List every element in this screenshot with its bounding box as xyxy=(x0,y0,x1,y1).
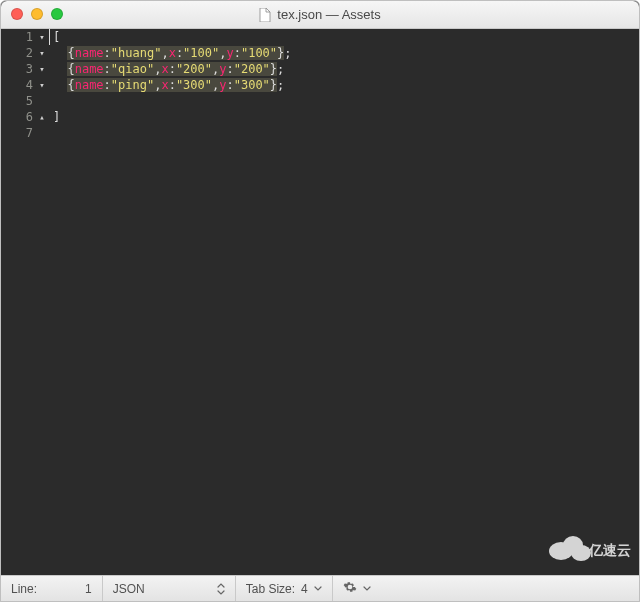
text-cursor xyxy=(49,29,50,45)
gutter-row[interactable]: 1 xyxy=(1,29,49,45)
window-title: tex.json — Assets xyxy=(1,7,639,22)
chevron-down-icon xyxy=(314,586,322,592)
line-number: 6 xyxy=(26,109,37,125)
chevron-updown-icon xyxy=(217,583,225,595)
editor-area: 1 2 3 4 5 6 7 [ {name:"huang",x:"100",y:… xyxy=(1,29,639,575)
gutter-row[interactable]: 3 xyxy=(1,61,49,77)
window-title-text: tex.json — Assets xyxy=(277,7,380,22)
tabsize-label: Tab Size: xyxy=(246,582,295,596)
gutter-row[interactable]: 4 xyxy=(1,77,49,93)
file-icon xyxy=(259,8,271,22)
bracket-close: ] xyxy=(53,110,60,124)
status-line-section[interactable]: Line: 1 xyxy=(1,576,103,601)
line-value: 1 xyxy=(85,582,92,596)
code-line[interactable] xyxy=(53,125,639,141)
gutter-row[interactable]: 5 xyxy=(1,93,49,109)
close-window-button[interactable] xyxy=(11,8,23,20)
fold-icon[interactable] xyxy=(37,45,47,61)
chevron-down-icon xyxy=(363,586,371,592)
code-line[interactable]: ] xyxy=(53,109,639,125)
minimize-window-button[interactable] xyxy=(31,8,43,20)
code-line[interactable]: {name:"ping",x:"300",y:"300"}; xyxy=(53,77,639,93)
gear-icon xyxy=(343,580,357,597)
gutter-row[interactable]: 2 xyxy=(1,45,49,61)
code-content[interactable]: [ {name:"huang",x:"100",y:"100"}; {name:… xyxy=(49,29,639,575)
fold-icon[interactable] xyxy=(37,61,47,77)
bracket-open: [ xyxy=(53,30,60,44)
line-number: 4 xyxy=(26,77,37,93)
syntax-label: JSON xyxy=(113,582,145,596)
line-number: 7 xyxy=(26,125,37,141)
line-number: 5 xyxy=(26,93,37,109)
line-number-gutter[interactable]: 1 2 3 4 5 6 7 xyxy=(1,29,49,575)
line-label: Line: xyxy=(11,582,37,596)
fold-up-icon[interactable] xyxy=(37,109,47,125)
fold-icon[interactable] xyxy=(37,77,47,93)
code-line[interactable]: [ xyxy=(53,29,639,45)
zoom-window-button[interactable] xyxy=(51,8,63,20)
line-number: 2 xyxy=(26,45,37,61)
code-line[interactable] xyxy=(53,93,639,109)
settings-menu[interactable] xyxy=(333,576,381,601)
syntax-selector[interactable]: JSON xyxy=(103,576,236,601)
gutter-row[interactable]: 6 xyxy=(1,109,49,125)
line-number: 1 xyxy=(26,29,37,45)
tab-size-selector[interactable]: Tab Size: 4 xyxy=(236,576,333,601)
app-window: tex.json — Assets 1 2 3 4 5 6 7 [ {name:… xyxy=(0,0,640,602)
fold-icon[interactable] xyxy=(37,29,47,45)
titlebar: tex.json — Assets xyxy=(1,1,639,29)
code-line[interactable]: {name:"qiao",x:"200",y:"200"}; xyxy=(53,61,639,77)
window-controls xyxy=(11,8,63,20)
gutter-row[interactable]: 7 xyxy=(1,125,49,141)
tabsize-value: 4 xyxy=(301,582,308,596)
line-number: 3 xyxy=(26,61,37,77)
status-bar: Line: 1 JSON Tab Size: 4 xyxy=(1,575,639,601)
code-line[interactable]: {name:"huang",x:"100",y:"100"}; xyxy=(53,45,639,61)
